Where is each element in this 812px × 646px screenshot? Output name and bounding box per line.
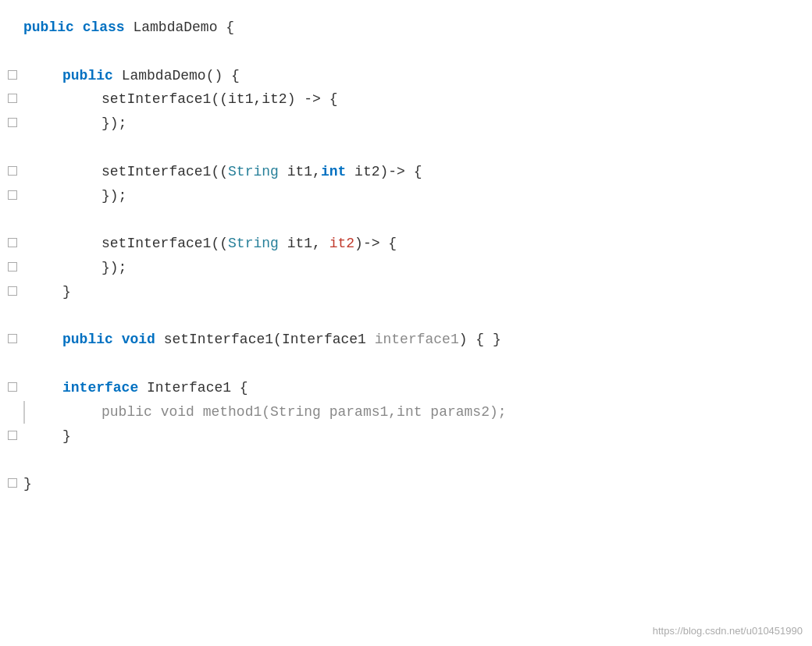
- line-indicator: [8, 334, 17, 343]
- line-gutter: [0, 478, 23, 488]
- line-content: setInterface1((String it1, it2)-> {: [23, 232, 812, 255]
- code-line: [0, 40, 812, 64]
- code-line: setInterface1((String it1, it2)-> {: [0, 232, 812, 256]
- line-gutter: [0, 94, 23, 103]
- token: }: [62, 284, 71, 300]
- line-content: [23, 305, 812, 328]
- line-content: setInterface1((it1,it2) -> {: [23, 88, 812, 111]
- code-line: public void setInterface1(Interface1 int…: [0, 328, 812, 352]
- line-indicator: [8, 70, 17, 80]
- code-container: public class LambdaDemo { public LambdaD…: [0, 0, 812, 512]
- code-line: public void method1(String params1,int p…: [0, 400, 812, 424]
- line-indicator: [8, 431, 17, 440]
- line-gutter: [0, 118, 23, 127]
- line-indicator: [8, 94, 17, 103]
- code-line: public class LambdaDemo {: [0, 16, 812, 40]
- token: void: [122, 332, 164, 347]
- line-gutter: [0, 70, 23, 80]
- line-gutter: [0, 190, 23, 200]
- watermark: https://blog.csdn.net/u010451990: [653, 623, 803, 640]
- line-content: interface Interface1 {: [23, 377, 812, 399]
- token: Interface1 {: [147, 380, 248, 396]
- line-gutter: [0, 382, 23, 392]
- line-gutter: [0, 166, 23, 176]
- token: public: [102, 404, 161, 420]
- line-indicator: [8, 166, 17, 176]
- token: });: [102, 260, 126, 275]
- code-line: }: [0, 472, 812, 496]
- code-line: [0, 136, 812, 160]
- token: setInterface1((: [102, 164, 228, 179]
- code-line: [0, 448, 812, 472]
- code-line: [0, 304, 812, 328]
- line-gutter: [0, 262, 23, 272]
- token: public: [23, 20, 83, 35]
- token: public: [62, 68, 122, 83]
- token: int: [321, 164, 354, 179]
- line-content: setInterface1((String it1,int it2)-> {: [23, 161, 812, 183]
- token: params2);: [430, 404, 506, 420]
- line-content: });: [23, 257, 812, 279]
- line-indicator: [8, 262, 17, 272]
- token: }: [23, 476, 32, 492]
- line-gutter: [0, 238, 23, 247]
- token: interface1: [375, 332, 459, 347]
- token: LambdaDemo {: [133, 20, 234, 35]
- token: params1,: [329, 404, 397, 420]
- code-line: });: [0, 256, 812, 280]
- token: setInterface1(: [164, 332, 282, 347]
- line-content: [23, 449, 812, 471]
- token: int: [397, 404, 430, 420]
- line-content: public LambdaDemo() {: [23, 65, 812, 87]
- token: it2: [329, 236, 354, 251]
- line-content: [23, 353, 812, 375]
- line-indicator: [8, 286, 17, 296]
- code-line: });: [0, 184, 812, 208]
- code-line: public LambdaDemo() {: [0, 64, 812, 88]
- line-indicator: [8, 478, 17, 488]
- token: });: [102, 115, 126, 131]
- token: setInterface1((: [102, 236, 228, 251]
- token: it1,: [287, 164, 321, 179]
- code-line: }: [0, 424, 812, 449]
- token: void: [161, 404, 203, 420]
- line-gutter: [0, 286, 23, 296]
- token: it1,: [287, 236, 329, 251]
- line-indicator: [8, 382, 17, 392]
- token: )-> {: [354, 236, 397, 251]
- line-content: public void setInterface1(Interface1 int…: [23, 328, 812, 351]
- code-line: }: [0, 280, 812, 304]
- token: });: [102, 188, 126, 204]
- token: }: [62, 428, 71, 444]
- line-content: public void method1(String params1,int p…: [23, 401, 812, 424]
- code-line: [0, 208, 812, 232]
- token: method1(: [203, 404, 270, 420]
- line-content: public class LambdaDemo {: [23, 16, 812, 39]
- line-content: [23, 208, 812, 231]
- line-content: });: [23, 185, 812, 208]
- line-gutter: [0, 334, 23, 343]
- token: String: [228, 164, 287, 179]
- token: LambdaDemo() {: [122, 68, 240, 83]
- token: String: [228, 236, 287, 251]
- code-line: });: [0, 112, 812, 136]
- line-content: });: [23, 112, 812, 135]
- token: setInterface1((it1,it2) -> {: [102, 91, 337, 107]
- token: interface: [62, 380, 147, 396]
- line-gutter: [0, 431, 23, 440]
- code-line: setInterface1((String it1,int it2)-> {: [0, 160, 812, 184]
- token: class: [83, 20, 134, 35]
- code-line: interface Interface1 {: [0, 376, 812, 400]
- code-line: setInterface1((it1,it2) -> {: [0, 87, 812, 112]
- line-indicator: [8, 118, 17, 127]
- line-content: }: [23, 281, 812, 303]
- token: it2)-> {: [354, 164, 422, 179]
- token: public: [62, 332, 122, 347]
- line-content: [23, 137, 812, 159]
- token: String: [270, 404, 329, 420]
- line-indicator: [8, 238, 17, 247]
- token: ) { }: [459, 332, 501, 347]
- line-content: }: [23, 473, 812, 495]
- token: Interface1: [282, 332, 375, 347]
- line-indicator: [8, 190, 17, 200]
